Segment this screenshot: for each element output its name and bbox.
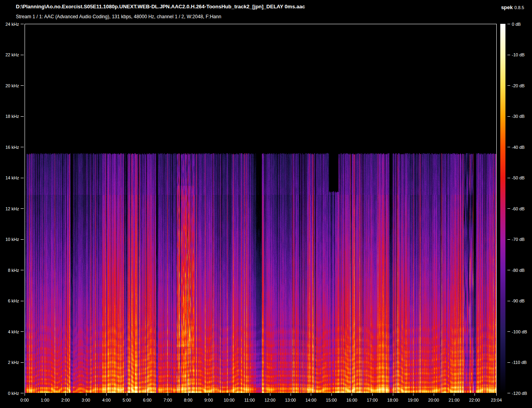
freq-tick: [21, 393, 24, 393]
spek-window: D:\Planning\Ao.no.Exorcist.S05E11.1080p.…: [0, 0, 532, 408]
freq-tick-label: 22 kHz: [0, 52, 19, 57]
freq-tick: [21, 331, 24, 332]
time-tick: [475, 393, 475, 396]
plot-border-left: [25, 24, 25, 393]
time-tick-label: 3:00: [82, 398, 90, 402]
plot-border-top: [25, 24, 497, 24]
db-tick-label: -50 dB: [512, 175, 524, 180]
time-tick: [454, 393, 454, 396]
time-tick: [168, 393, 168, 396]
db-tick-label: -100 dB: [512, 329, 527, 334]
db-tick: [507, 270, 510, 270]
stream-info: Stream 1 / 1: AAC (Advanced Audio Coding…: [16, 14, 221, 19]
freq-tick-label: 4 kHz: [0, 329, 19, 334]
time-tick-label: 8:00: [184, 398, 192, 402]
time-tick: [209, 393, 209, 396]
db-tick: [507, 393, 510, 393]
app-brand: spek0.8.5: [501, 4, 524, 11]
db-tick: [507, 208, 510, 209]
time-tick-label: 9:00: [205, 398, 213, 402]
freq-tick-label: 20 kHz: [0, 83, 19, 88]
db-tick-label: -10 dB: [512, 52, 524, 57]
freq-tick: [21, 178, 24, 178]
db-tick-label: -40 dB: [512, 145, 524, 150]
time-tick: [311, 393, 311, 396]
file-path-title: D:\Planning\Ao.no.Exorcist.S05E11.1080p.…: [16, 4, 305, 10]
db-tick: [507, 301, 510, 301]
time-tick: [127, 393, 127, 396]
time-tick: [106, 393, 107, 396]
app-name: spek: [501, 4, 513, 10]
db-tick-label: -80 dB: [512, 268, 524, 273]
legend-gradient-bar: [500, 24, 505, 393]
freq-tick: [21, 301, 24, 301]
db-tick-label: -30 dB: [512, 114, 524, 119]
db-tick: [507, 85, 510, 86]
db-tick-label: 0 dB: [512, 22, 521, 27]
time-tick: [496, 393, 497, 396]
time-tick-label: 14:00: [305, 398, 316, 402]
freq-tick: [21, 85, 24, 86]
db-tick: [507, 331, 510, 332]
freq-tick-label: 2 kHz: [0, 360, 19, 365]
app-version: 0.8.5: [515, 5, 524, 10]
time-tick: [434, 393, 434, 396]
time-tick: [188, 393, 189, 396]
db-tick-label: -120 dB: [512, 391, 527, 396]
freq-tick: [21, 147, 24, 147]
db-tick: [507, 239, 510, 240]
time-tick-label: 15:00: [326, 398, 337, 402]
freq-tick: [21, 270, 24, 270]
db-tick: [507, 55, 510, 55]
freq-tick-label: 18 kHz: [0, 114, 19, 119]
freq-tick-label: 14 kHz: [0, 175, 19, 180]
db-tick-label: -90 dB: [512, 298, 524, 303]
time-tick-label: 11:00: [244, 398, 255, 402]
time-tick: [65, 393, 66, 396]
time-tick: [393, 393, 393, 396]
freq-tick-label: 12 kHz: [0, 206, 19, 211]
freq-tick: [21, 239, 24, 240]
time-tick: [86, 393, 86, 396]
time-tick: [229, 393, 230, 396]
time-tick-label: 22:00: [469, 398, 480, 402]
time-tick: [413, 393, 413, 396]
time-tick: [331, 393, 332, 396]
time-tick-label: 5:00: [122, 398, 131, 402]
plot-border-right: [496, 24, 497, 393]
time-tick-label: 10:00: [224, 398, 235, 402]
time-tick-label: 0:00: [20, 398, 29, 402]
db-tick-label: -110 dB: [512, 360, 527, 365]
time-tick: [372, 393, 373, 396]
time-tick-label: 12:00: [264, 398, 276, 402]
time-tick-label: 4:00: [102, 398, 111, 402]
time-tick: [25, 393, 25, 396]
freq-tick-label: 0 kHz: [0, 391, 19, 396]
db-tick-label: -70 dB: [512, 237, 524, 242]
time-tick-label: 7:00: [163, 398, 172, 402]
db-tick-label: -20 dB: [512, 83, 524, 88]
db-tick: [507, 116, 510, 117]
time-tick: [352, 393, 352, 396]
freq-tick: [21, 24, 24, 24]
time-tick-label: 16:00: [346, 398, 358, 402]
time-tick-label: 1:00: [41, 398, 49, 402]
freq-tick-label: 16 kHz: [0, 145, 19, 150]
time-tick-label: 17:00: [367, 398, 378, 402]
db-tick: [507, 147, 510, 147]
time-tick: [291, 393, 291, 396]
db-tick: [507, 178, 510, 178]
spectrogram-canvas: [25, 24, 497, 393]
time-tick-label: 18:00: [387, 398, 398, 402]
time-tick-label: 6:00: [143, 398, 151, 402]
time-tick: [147, 393, 148, 396]
freq-tick-label: 24 kHz: [0, 22, 19, 27]
db-tick: [507, 24, 510, 24]
freq-tick: [21, 208, 24, 209]
time-tick-label: 20:00: [428, 398, 439, 402]
freq-tick: [21, 362, 24, 363]
time-tick-label: 23:04: [491, 398, 502, 402]
time-tick-label: 19:00: [408, 398, 419, 402]
freq-tick: [21, 116, 24, 117]
freq-tick-label: 10 kHz: [0, 237, 19, 242]
